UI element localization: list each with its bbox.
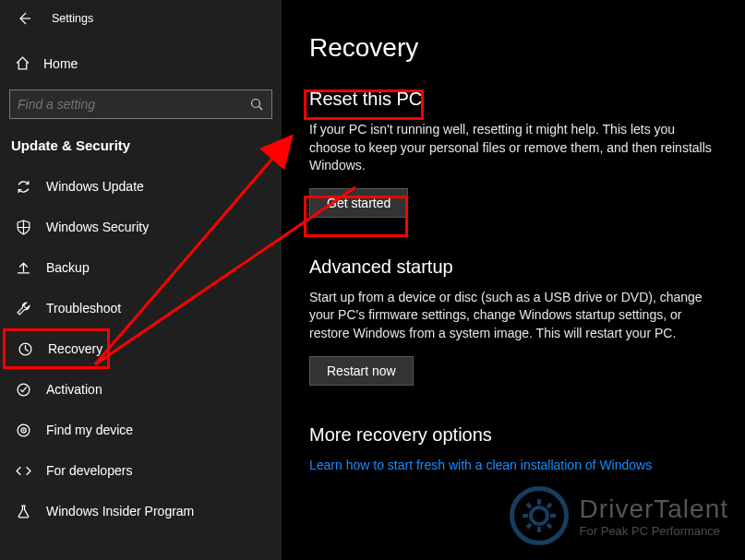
- section-reset: Reset this PC If your PC isn't running w…: [309, 89, 717, 218]
- sidebar-home-label: Home: [43, 56, 78, 71]
- locate-icon: [15, 423, 31, 438]
- svg-line-2: [259, 107, 263, 111]
- sidebar-item-label: Find my device: [46, 423, 133, 437]
- sidebar-item-find-my-device[interactable]: Find my device: [0, 410, 282, 450]
- more-link[interactable]: Learn how to start fresh with a clean in…: [309, 458, 652, 472]
- sidebar-category: Update & Security: [0, 125, 282, 161]
- sidebar-item-label: Windows Update: [46, 179, 144, 194]
- sync-icon: [15, 179, 31, 195]
- titlebar: Settings: [0, 6, 282, 30]
- history-icon: [18, 341, 33, 357]
- code-icon: [15, 463, 31, 479]
- sidebar-item-backup[interactable]: Backup: [0, 247, 282, 288]
- page-title: Recovery: [309, 33, 717, 63]
- restart-now-button[interactable]: Restart now: [309, 356, 414, 386]
- sidebar-item-label: Troubleshoot: [46, 301, 121, 316]
- sidebar-item-troubleshoot[interactable]: Troubleshoot: [0, 288, 282, 328]
- window-title: Settings: [52, 12, 93, 25]
- sidebar-item-label: Windows Security: [46, 220, 149, 234]
- advanced-heading: Advanced startup: [309, 256, 717, 278]
- shield-icon: [15, 220, 31, 235]
- sidebar-item-label: Activation: [46, 382, 102, 397]
- sidebar-item-label: Backup: [46, 260, 90, 275]
- sidebar-item-recovery[interactable]: Recovery: [3, 328, 110, 369]
- sidebar-item-for-developers[interactable]: For developers: [0, 450, 282, 491]
- sidebar-item-label: Recovery: [48, 341, 102, 356]
- advanced-body: Start up from a device or disc (such as …: [309, 289, 715, 343]
- section-more: More recovery options Learn how to start…: [309, 424, 717, 473]
- search-icon: [249, 97, 264, 112]
- sidebar: Settings Home Update & Security Windows …: [0, 0, 282, 560]
- svg-point-1: [252, 100, 260, 108]
- reset-body: If your PC isn't running well, resetting…: [309, 121, 715, 175]
- sidebar-item-activation[interactable]: Activation: [0, 369, 282, 410]
- sidebar-item-insider-program[interactable]: Windows Insider Program: [0, 491, 282, 531]
- reset-heading: Reset this PC: [309, 89, 717, 110]
- back-icon[interactable]: [17, 11, 31, 26]
- upload-icon: [15, 260, 31, 276]
- sidebar-item-label: Windows Insider Program: [46, 504, 194, 518]
- svg-point-7: [22, 429, 24, 431]
- get-started-button[interactable]: Get started: [309, 188, 408, 218]
- search-field[interactable]: [18, 97, 244, 112]
- more-heading: More recovery options: [309, 424, 717, 446]
- section-advanced: Advanced startup Start up from a device …: [309, 256, 717, 386]
- sidebar-item-windows-update[interactable]: Windows Update: [0, 166, 282, 207]
- wrench-icon: [15, 301, 31, 316]
- check-circle-icon: [15, 382, 31, 398]
- main-content: Recovery Reset this PC If your PC isn't …: [282, 0, 745, 560]
- flask-icon: [15, 504, 31, 519]
- home-icon: [15, 55, 30, 71]
- search-input[interactable]: [9, 89, 272, 119]
- sidebar-nav: Windows Update Windows Security Backup T…: [0, 166, 282, 531]
- sidebar-home[interactable]: Home: [0, 46, 282, 80]
- sidebar-item-windows-security[interactable]: Windows Security: [0, 207, 282, 247]
- sidebar-item-label: For developers: [46, 463, 132, 478]
